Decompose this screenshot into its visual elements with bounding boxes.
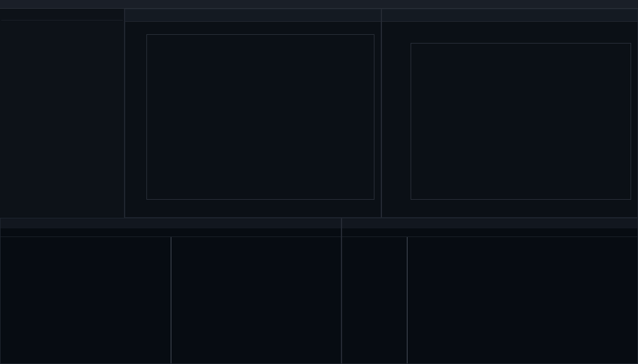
trace-right-columns [342, 228, 637, 237]
trace-left-columns [1, 228, 341, 237]
window-min-icon[interactable] [611, 1, 617, 7]
window-close-icon[interactable] [628, 1, 634, 7]
chart1-toolbar [125, 9, 381, 22]
trace-right-body[interactable] [342, 237, 637, 363]
chart1-plot[interactable] [125, 22, 381, 217]
window-max-icon[interactable] [619, 1, 626, 7]
chart2-subheader [382, 22, 637, 30]
explorer-panel [0, 9, 125, 218]
trace-panel-profiler [341, 218, 638, 364]
chart-panel-workload [125, 9, 381, 218]
chart-panel-comparison [381, 9, 638, 218]
trace-right-toolbar [342, 218, 637, 228]
window-titlebar [0, 0, 638, 9]
chart2-plot[interactable] [382, 30, 637, 217]
explorer-header [1, 11, 123, 16]
trace-panel-timeline [0, 218, 341, 364]
chart2-toolbar [382, 9, 637, 22]
trace-left-toolbar [1, 218, 341, 228]
trace-left-body[interactable] [1, 237, 341, 363]
